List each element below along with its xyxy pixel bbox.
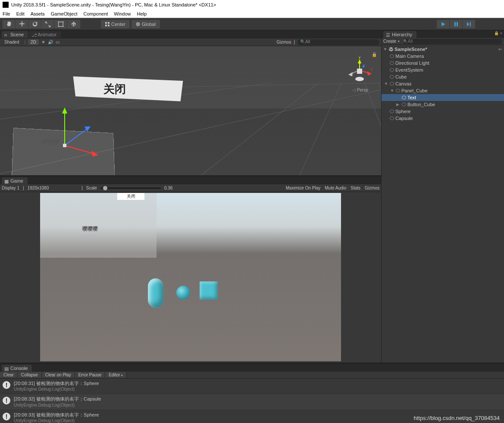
foldout-icon[interactable]: ▼ <box>390 88 394 93</box>
2d-toggle[interactable]: 2D <box>28 39 39 45</box>
game-panel-text: 嘤嘤嘤 <box>82 225 98 233</box>
hierarchy-item-text[interactable]: Text <box>382 94 504 101</box>
svg-text:x: x <box>371 67 373 71</box>
console-log-entry[interactable]: ! [20:08:31] 被检测的物体的名字：Sphere UnityEngin… <box>0 379 504 394</box>
rotate-tool-button[interactable] <box>28 20 41 28</box>
game-capsule-object <box>148 278 163 308</box>
orientation-gizmo[interactable]: y x z <box>347 55 373 85</box>
svg-rect-11 <box>454 22 456 26</box>
game-gizmos-dropdown[interactable]: Gizmos <box>365 186 379 190</box>
hierarchy-item-button-cube[interactable]: ▶ Button_Cube <box>382 101 504 108</box>
gameobject-icon <box>389 60 394 66</box>
hierarchy-toolbar: Create▾ 🔍All <box>382 38 504 45</box>
svg-point-1 <box>58 21 59 22</box>
gameobject-icon <box>389 81 394 86</box>
pause-button[interactable] <box>450 20 463 28</box>
foldout-icon[interactable]: ▼ <box>384 82 388 86</box>
hierarchy-item-panel-cube[interactable]: ▼ Panel_Cube <box>382 87 504 94</box>
hierarchy-item-capsule[interactable]: Capsule <box>382 115 504 122</box>
gameobject-icon <box>401 95 407 100</box>
menu-assets[interactable]: Assets <box>31 11 45 16</box>
scene-menu-icon[interactable]: ▾≡ <box>498 47 502 51</box>
rect-tool-button[interactable] <box>54 20 67 28</box>
menu-component[interactable]: Component <box>83 11 108 16</box>
game-viewport[interactable]: 关闭 嘤嘤嘤 <box>40 193 341 361</box>
console-tab-bar: ▤ Console <box>0 364 504 372</box>
scene-viewport[interactable]: 关闭 嘤嘤嘤 y <box>0 46 381 175</box>
tab-hierarchy[interactable]: ☰ Hierarchy <box>383 31 416 38</box>
svg-point-40 <box>355 77 364 81</box>
unity-scene-icon <box>388 47 394 52</box>
tab-console[interactable]: ▤ Console <box>2 365 32 372</box>
gameobject-icon <box>389 67 394 73</box>
gameobject-icon <box>401 102 407 107</box>
display-dropdown[interactable]: Display 1 <box>2 186 19 190</box>
game-tab-icon: ▦ <box>4 179 9 183</box>
hierarchy-scene-root[interactable]: ▼ SampleScene* ▾≡ <box>382 46 504 53</box>
tab-animator[interactable]: ⎇ Animator <box>29 31 61 38</box>
svg-point-2 <box>62 21 63 22</box>
gameobject-icon <box>389 109 394 114</box>
hierarchy-item-sphere[interactable]: Sphere <box>382 108 504 115</box>
scene-tab-bar: ⌗ Scene ⎇ Animator <box>0 30 381 38</box>
gizmos-dropdown[interactable]: Gizmos <box>276 40 291 44</box>
transform-tool-button[interactable] <box>67 20 80 28</box>
clear-on-play-toggle[interactable]: Clear on Play <box>42 372 75 378</box>
svg-rect-12 <box>457 22 458 26</box>
resolution-dropdown[interactable]: 1920x1080 <box>28 186 49 190</box>
hierarchy-item-directional-light[interactable]: Directional Light <box>382 60 504 66</box>
hand-tool-button[interactable] <box>3 20 16 28</box>
scene-search-input[interactable]: 🔍All <box>297 39 379 45</box>
menu-window[interactable]: Window <box>114 11 131 16</box>
hierarchy-item-main-camera[interactable]: Main Camera <box>382 53 504 60</box>
mute-audio-toggle[interactable]: Mute Audio <box>325 186 346 190</box>
clear-button[interactable]: Clear <box>0 372 18 378</box>
stats-toggle[interactable]: Stats <box>351 186 360 190</box>
hierarchy-item-cube[interactable]: Cube <box>382 73 504 80</box>
tab-scene[interactable]: ⌗ Scene <box>2 31 28 38</box>
console-log-entry[interactable]: ! [20:08:32] 被检测的物体的名字：Capsule UnityEngi… <box>0 394 504 410</box>
hierarchy-search-input[interactable]: 🔍All <box>403 39 502 44</box>
hierarchy-tree[interactable]: ▼ SampleScene* ▾≡ Main Camera Directiona… <box>382 45 504 363</box>
step-button[interactable] <box>463 20 476 28</box>
pivot-global-button[interactable]: Global <box>131 20 160 28</box>
scene-view[interactable]: Shaded | 2D ☀ 🔊 ▭ Gizmos | 🔍All <box>0 38 381 175</box>
scene-lock-icon[interactable]: 🔒 <box>372 52 377 57</box>
create-dropdown[interactable]: Create <box>383 39 396 44</box>
transform-tools <box>3 20 80 28</box>
collapse-toggle[interactable]: Collapse <box>18 372 42 378</box>
play-button[interactable] <box>437 20 450 28</box>
gameobject-icon <box>395 88 401 93</box>
scale-tool-button[interactable] <box>41 20 54 28</box>
move-gizmo[interactable] <box>43 107 103 158</box>
menu-gameobject[interactable]: GameObject <box>51 11 78 16</box>
game-cube-object <box>200 281 218 300</box>
move-tool-button[interactable] <box>16 20 28 28</box>
foldout-icon[interactable]: ▼ <box>383 47 388 51</box>
window-title: Unity 2018.3.5f1 - SampleScene.unity - T… <box>11 2 216 7</box>
foldout-icon[interactable]: ▶ <box>396 102 401 107</box>
persp-label[interactable]: ◁ Persp <box>352 88 368 92</box>
shading-mode-dropdown[interactable]: Shaded <box>2 40 22 44</box>
lighting-toggle-icon[interactable]: ☀ <box>41 40 45 44</box>
game-view: 关闭 嘤嘤嘤 <box>0 192 381 363</box>
scale-slider[interactable] <box>100 187 161 189</box>
game-toolbar: Display 1 | 1920x1080 | Scale 0.36 Maxim… <box>0 184 381 192</box>
tab-game[interactable]: ▦ Game <box>2 177 28 184</box>
hierarchy-item-canvas[interactable]: ▼ Canvas <box>382 80 504 87</box>
panel-options[interactable]: 🔒 ≡ <box>494 31 502 35</box>
error-pause-toggle[interactable]: Error Pause <box>75 372 105 378</box>
game-close-button[interactable]: 关闭 <box>117 193 144 200</box>
hierarchy-item-eventsystem[interactable]: EventSystem <box>382 66 504 73</box>
audio-toggle-icon[interactable]: 🔊 <box>48 40 53 44</box>
menu-edit[interactable]: Edit <box>16 11 25 16</box>
maximize-on-play-toggle[interactable]: Maximize On Play <box>286 186 321 190</box>
menu-file[interactable]: File <box>3 11 10 16</box>
fx-toggle-icon[interactable]: ▭ <box>56 40 59 44</box>
editor-dropdown[interactable]: Editor ▾ <box>105 372 127 378</box>
scale-value: 0.36 <box>164 186 172 190</box>
svg-marker-37 <box>348 72 353 76</box>
svg-text:y: y <box>359 55 360 59</box>
menu-help[interactable]: Help <box>137 11 147 16</box>
pivot-center-button[interactable]: Center <box>101 20 130 28</box>
